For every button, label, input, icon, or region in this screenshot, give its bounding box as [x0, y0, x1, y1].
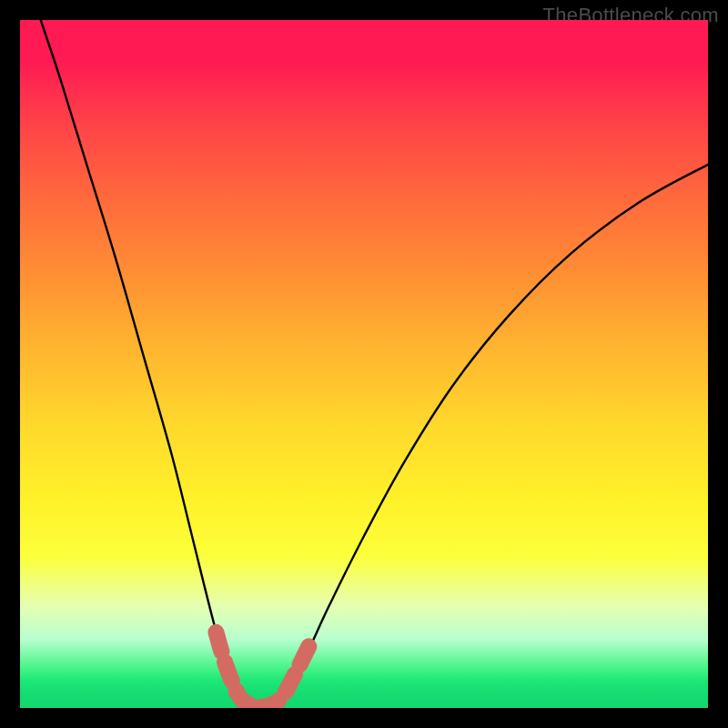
main-curve — [41, 20, 708, 707]
plot-area — [20, 20, 708, 708]
chart-svg — [20, 20, 708, 708]
highlight-curve — [216, 632, 308, 707]
outer-frame: TheBottleneck.com — [0, 0, 728, 728]
